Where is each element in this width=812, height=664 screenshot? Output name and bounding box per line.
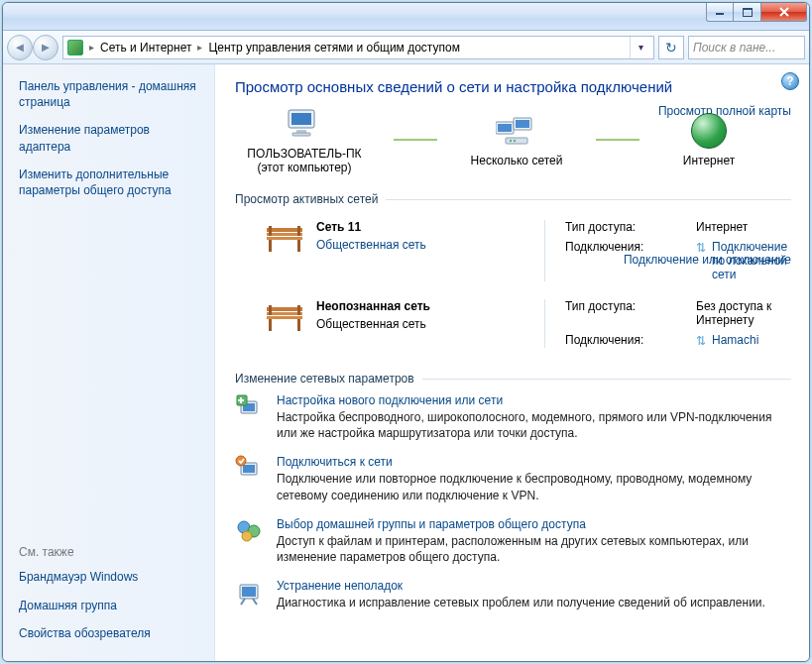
task-desc: Подключение или повторное подключение к … [277,471,791,502]
task-title-link[interactable]: Настройка нового подключения или сети [277,393,791,407]
window: ◄ ► ▸ Сеть и Интернет ▸ Центр управления… [2,2,810,662]
map-node-sublabel: (этот компьютер) [235,161,374,174]
sidebar-homegroup-link[interactable]: Домашняя группа [19,598,202,613]
access-type-value: Интернет [696,220,791,234]
chevron-right-icon: ▸ [197,42,202,53]
chevron-right-icon: ▸ [89,42,94,53]
minimize-button[interactable] [706,3,734,22]
svg-rect-14 [267,228,302,232]
full-map-link[interactable]: Просмотр полной карты [658,104,791,118]
connection-name: Hamachi [712,333,758,347]
svg-rect-8 [498,124,512,132]
navbar: ◄ ► ▸ Сеть и Интернет ▸ Центр управления… [3,31,809,64]
address-bar[interactable]: ▸ Сеть и Интернет ▸ Центр управления сет… [62,36,654,59]
svg-point-36 [242,531,252,541]
map-connector [596,139,639,141]
svg-rect-0 [716,13,724,15]
task-item: Настройка нового подключения или сети На… [235,393,791,441]
map-node-label: ПОЛЬЗОВАТЕЛЬ-ПК [235,147,374,161]
breadcrumb-part[interactable]: Сеть и Интернет [100,41,191,55]
task-title-link[interactable]: Подключиться к сети [277,455,791,469]
svg-rect-25 [297,319,300,331]
svg-rect-10 [516,120,529,128]
nic-icon: ⇅ [696,334,706,348]
troubleshoot-icon [235,579,263,607]
map-node-internet[interactable]: Интернет [659,112,758,167]
task-desc: Настройка беспроводного, широкополосного… [277,409,791,441]
svg-rect-15 [267,233,302,236]
svg-rect-20 [297,226,300,236]
network-type-link[interactable]: Общественная сеть [316,238,544,252]
sidebar-sharing-link[interactable]: Изменить дополнительные параметры общего… [19,166,202,198]
map-node-label: Интернет [659,154,758,167]
network-entry: Сеть 11 Общественная сеть Тип доступа: И… [235,208,791,287]
page-title: Просмотр основных сведений о сети и наст… [235,78,791,95]
map-connector [394,139,437,141]
address-dropdown-button[interactable]: ▾ [630,37,651,58]
connect-disconnect-link[interactable]: Подключение или отключение [624,253,791,267]
svg-rect-17 [269,240,272,252]
control-panel-icon [67,40,83,55]
bench-icon [261,220,308,256]
svg-rect-18 [297,240,300,252]
svg-rect-22 [267,312,302,315]
svg-rect-38 [242,587,256,597]
network-name: Неопознанная сеть [316,299,544,313]
svg-rect-6 [292,133,310,136]
back-button[interactable]: ◄ [7,35,33,60]
network-name: Сеть 11 [316,220,544,234]
refresh-button[interactable]: ↻ [658,36,684,59]
sidebar-adapter-link[interactable]: Изменение параметров адаптера [19,122,202,154]
sidebar-home-link[interactable]: Панель управления - домашняя страница [19,78,202,110]
network-map: ПОЛЬЗОВАТЕЛЬ-ПК (этот компьютер) [235,105,791,174]
svg-rect-16 [267,237,302,240]
task-item: Выбор домашней группы и параметров общег… [235,517,791,565]
task-item: Подключиться к сети Подключение или повт… [235,455,791,502]
homegroup-icon [235,517,263,545]
task-title-link[interactable]: Выбор домашней группы и параметров общег… [277,517,791,531]
forward-button[interactable]: ► [33,35,58,60]
svg-rect-24 [269,319,272,331]
svg-rect-26 [269,305,272,315]
network-type-label: Общественная сеть [316,317,544,331]
svg-point-33 [236,456,246,466]
connect-network-icon [235,455,263,483]
svg-rect-11 [506,138,527,144]
access-type-value: Без доступа к Интернету [696,299,791,327]
new-connection-icon [235,393,263,421]
access-type-label: Тип доступа: [565,220,684,234]
map-node-networks[interactable]: Несколько сетей [457,112,576,167]
networks-icon [496,112,537,150]
sidebar-firewall-link[interactable]: Брандмауэр Windows [19,569,202,585]
search-input[interactable]: Поиск в пане... [688,36,805,59]
connections-label: Подключения: [565,333,684,348]
map-node-label: Несколько сетей [457,154,576,167]
task-desc: Доступ к файлам и принтерам, расположенн… [277,533,791,565]
see-also-label: См. также [19,545,202,559]
settings-heading: Изменение сетевых параметров [235,372,791,386]
network-entry: Неопознанная сеть Общественная сеть Тип … [235,287,791,354]
titlebar [3,3,809,31]
svg-point-13 [514,140,516,142]
help-icon[interactable]: ? [781,72,799,90]
svg-point-12 [510,140,512,142]
access-type-label: Тип доступа: [565,299,684,327]
content: ? Просмотр основных сведений о сети и на… [215,64,809,661]
task-desc: Диагностика и исправление сетевых пробле… [277,595,765,610]
svg-rect-23 [267,316,302,319]
close-button[interactable] [761,3,807,22]
task-item: Устранение неполадок Диагностика и испра… [235,579,791,610]
section-label: Изменение сетевых параметров [235,372,414,386]
sidebar-inetopts-link[interactable]: Свойства обозревателя [19,625,202,641]
svg-rect-32 [243,465,255,473]
sidebar: Панель управления - домашняя страница Из… [3,64,215,661]
maximize-button[interactable] [734,3,761,22]
svg-rect-19 [269,226,272,236]
map-node-this-pc[interactable]: ПОЛЬЗОВАТЕЛЬ-ПК (этот компьютер) [235,105,374,174]
breadcrumb-part[interactable]: Центр управления сетями и общим доступом [208,41,460,55]
svg-rect-27 [297,305,300,315]
svg-rect-4 [291,113,311,125]
task-title-link[interactable]: Устранение неполадок [277,579,765,593]
connection-link[interactable]: ⇅ Hamachi [696,333,791,348]
section-label: Просмотр активных сетей [235,192,378,206]
